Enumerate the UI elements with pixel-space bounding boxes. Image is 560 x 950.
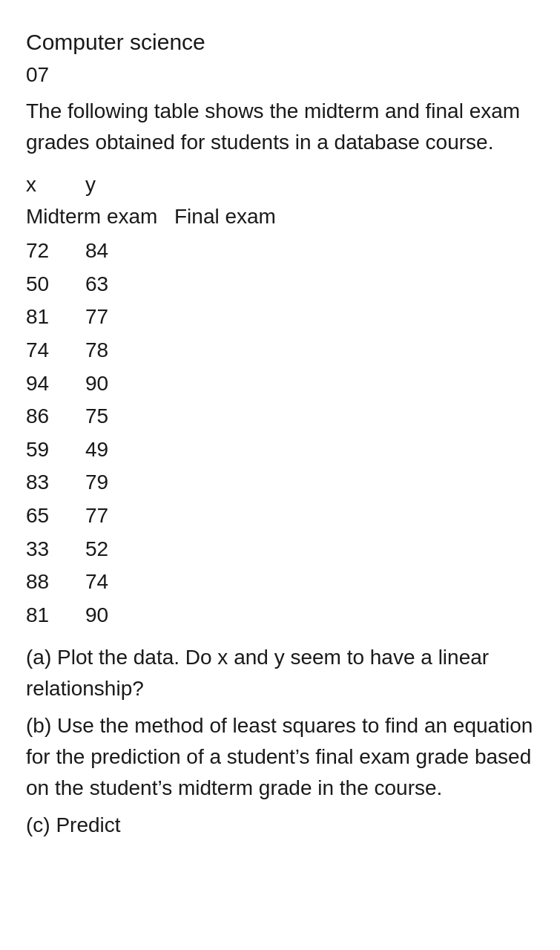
- header-row: Midterm exam Final exam: [26, 202, 534, 232]
- cell-x: 74: [26, 335, 85, 366]
- cell-y: 79: [85, 468, 145, 498]
- table-row: 7478: [26, 335, 534, 366]
- cell-y: 74: [85, 567, 145, 597]
- cell-y: 75: [85, 402, 145, 432]
- cell-x: 33: [26, 534, 85, 565]
- table-row: 8190: [26, 600, 534, 631]
- table-row: 7284: [26, 236, 534, 266]
- cell-x: 65: [26, 501, 85, 531]
- cell-y: 49: [85, 435, 145, 465]
- cell-x: 50: [26, 269, 85, 300]
- cell-x: 88: [26, 567, 85, 597]
- cell-y: 90: [85, 369, 145, 399]
- cell-y: 78: [85, 335, 145, 366]
- cell-y: 63: [85, 269, 145, 300]
- cell-y: 52: [85, 534, 145, 565]
- cell-x: 81: [26, 600, 85, 631]
- table-body: 7284506381777478949086755949837965773352…: [26, 236, 534, 630]
- table-row: 9490: [26, 369, 534, 399]
- cell-x: 86: [26, 402, 85, 432]
- table-row: 5949: [26, 435, 534, 465]
- cell-x: 72: [26, 236, 85, 266]
- cell-x: 81: [26, 302, 85, 332]
- col-midterm-label: Midterm exam: [26, 202, 174, 232]
- cell-y: 77: [85, 302, 145, 332]
- table-row: 3352: [26, 534, 534, 565]
- col-y-label: y: [85, 170, 145, 200]
- table-row: 6577: [26, 501, 534, 531]
- questions: (a) Plot the data. Do x and y seem to ha…: [26, 642, 534, 841]
- question-c: (c) Predict: [26, 810, 534, 841]
- question-a: (a) Plot the data. Do x and y seem to ha…: [26, 642, 534, 704]
- cell-y: 90: [85, 600, 145, 631]
- table-row: 8379: [26, 468, 534, 498]
- col-final-label: Final exam: [174, 202, 323, 232]
- col-x-label: x: [26, 170, 85, 200]
- description: The following table shows the midterm an…: [26, 96, 534, 158]
- table-row: 8874: [26, 567, 534, 597]
- table-row: 8675: [26, 402, 534, 432]
- subject-title: Computer science: [26, 26, 534, 59]
- cell-y: 84: [85, 236, 145, 266]
- cell-x: 83: [26, 468, 85, 498]
- cell-x: 59: [26, 435, 85, 465]
- question-b: (b) Use the method of least squares to f…: [26, 710, 534, 804]
- table-row: 5063: [26, 269, 534, 300]
- table-row: 8177: [26, 302, 534, 332]
- cell-x: 94: [26, 369, 85, 399]
- xy-label-row: x y: [26, 170, 534, 200]
- problem-number: 07: [26, 60, 534, 91]
- cell-y: 77: [85, 501, 145, 531]
